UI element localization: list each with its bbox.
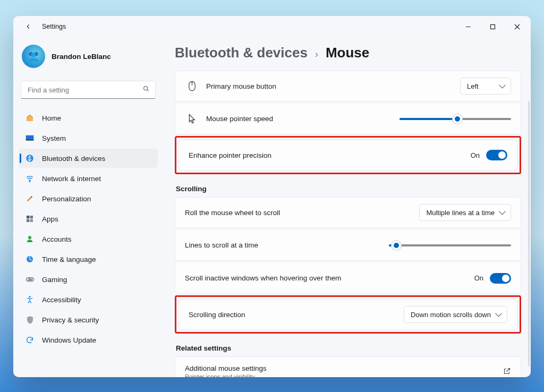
svg-rect-14: [30, 216, 33, 218]
setting-pointer-speed: Mouse pointer speed: [175, 104, 521, 134]
breadcrumb-parent[interactable]: Bluetooth & devices: [175, 45, 308, 61]
account-header[interactable]: Brandon LeBlanc: [19, 37, 158, 78]
sidebar-item-apps[interactable]: Apps: [19, 209, 158, 228]
settings-window: Settings Brandon LeBlanc: [13, 16, 531, 377]
setting-scrolling-direction: Scrolling direction Down motion scrolls …: [178, 299, 517, 330]
system-icon: [25, 135, 35, 141]
highlight-box: Enhance pointer precision On: [175, 136, 521, 174]
wifi-icon: [25, 174, 35, 183]
setting-label: Additional mouse settings: [185, 364, 267, 372]
maximize-button[interactable]: [480, 16, 505, 37]
globe-clock-icon: [25, 255, 35, 263]
sidebar: Brandon LeBlanc Home System: [13, 37, 163, 377]
sidebar-item-label: Personalization: [42, 195, 91, 203]
sidebar-item-home[interactable]: Home: [19, 108, 158, 127]
svg-point-7: [144, 87, 148, 90]
sidebar-item-bluetooth[interactable]: Bluetooth & devices: [19, 149, 158, 168]
account-name: Brandon LeBlanc: [52, 53, 111, 61]
svg-point-6: [31, 53, 36, 57]
toggle-state: On: [474, 274, 483, 282]
enhance-precision-toggle[interactable]: [486, 150, 507, 160]
sidebar-item-label: Windows Update: [42, 336, 96, 344]
setting-label: Scrolling direction: [189, 311, 245, 319]
svg-rect-13: [27, 216, 29, 218]
section-related: Related settings: [176, 344, 521, 352]
select-value: Down motion scrolls down: [411, 311, 491, 319]
svg-point-20: [31, 278, 32, 279]
additional-mouse-settings[interactable]: Additional mouse settings Pointer icons …: [175, 356, 521, 377]
setting-label: Enhance pointer precision: [189, 151, 271, 159]
back-button[interactable]: [22, 23, 35, 30]
avatar: [22, 45, 45, 68]
svg-line-8: [147, 90, 149, 91]
accessibility-icon: [25, 295, 35, 304]
highlight-box: Scrolling direction Down motion scrolls …: [175, 295, 521, 334]
sidebar-item-gaming[interactable]: Gaming: [19, 270, 158, 289]
open-external-icon: [503, 367, 511, 377]
lines-slider[interactable]: [389, 241, 511, 250]
svg-rect-15: [27, 219, 29, 222]
search-input[interactable]: [27, 86, 142, 95]
scroll-inactive-toggle[interactable]: [490, 273, 511, 284]
brush-icon: [25, 194, 35, 203]
sidebar-item-label: Gaming: [42, 276, 67, 284]
svg-rect-1: [490, 24, 495, 29]
sidebar-item-label: Time & language: [42, 255, 96, 263]
scrollbar[interactable]: [528, 101, 530, 367]
sidebar-item-label: Network & internet: [42, 175, 101, 183]
setting-label: Scroll inactive windows when hovering ov…: [185, 274, 341, 282]
sidebar-item-label: Privacy & security: [42, 316, 99, 324]
scrolling-direction-select[interactable]: Down motion scrolls down: [404, 306, 507, 323]
svg-point-21: [32, 279, 33, 280]
sidebar-item-time[interactable]: Time & language: [19, 250, 158, 269]
update-icon: [25, 336, 35, 344]
bluetooth-icon: [25, 154, 35, 163]
primary-button-select[interactable]: Left: [460, 78, 511, 95]
mouse-icon: [185, 81, 199, 91]
sidebar-item-personalization[interactable]: Personalization: [19, 189, 158, 208]
sidebar-item-label: Apps: [42, 215, 58, 223]
cursor-icon: [185, 114, 199, 124]
sidebar-item-system[interactable]: System: [19, 129, 158, 148]
svg-rect-10: [26, 140, 34, 141]
setting-enhance-precision: Enhance pointer precision On: [178, 140, 517, 171]
sidebar-item-label: Accounts: [42, 235, 72, 243]
svg-rect-9: [26, 135, 34, 140]
sidebar-item-privacy[interactable]: Privacy & security: [19, 310, 158, 329]
setting-lines-at-a-time: Lines to scroll at a time: [175, 230, 521, 261]
svg-rect-16: [30, 219, 33, 222]
search-box[interactable]: [21, 81, 156, 99]
setting-sublabel: Pointer icons and visibility: [185, 373, 267, 378]
setting-roll-wheel: Roll the mouse wheel to scroll Multiple …: [175, 197, 521, 228]
select-value: Multiple lines at a time: [426, 209, 495, 217]
setting-label: Roll the mouse wheel to scroll: [185, 209, 280, 217]
setting-primary-button: Primary mouse button Left: [175, 71, 521, 101]
setting-scroll-inactive: Scroll inactive windows when hovering ov…: [175, 263, 521, 294]
minimize-button[interactable]: [456, 16, 480, 37]
sidebar-item-label: Accessibility: [42, 296, 81, 304]
main-content[interactable]: Bluetooth & devices › Mouse Primary mous…: [163, 37, 531, 377]
svg-point-12: [29, 181, 30, 182]
person-icon: [25, 235, 35, 243]
shield-icon: [25, 316, 35, 325]
toggle-state: On: [471, 151, 480, 159]
sidebar-item-network[interactable]: Network & internet: [19, 169, 158, 188]
sidebar-item-accounts[interactable]: Accounts: [19, 229, 158, 249]
sidebar-item-label: Bluetooth & devices: [42, 155, 105, 163]
sidebar-item-label: Home: [42, 114, 61, 122]
chevron-right-icon: ›: [315, 49, 318, 60]
sidebar-item-update[interactable]: Windows Update: [19, 330, 158, 350]
pointer-speed-slider[interactable]: [400, 114, 511, 124]
setting-label: Lines to scroll at a time: [185, 241, 258, 249]
setting-label: Primary mouse button: [206, 82, 276, 90]
select-value: Left: [467, 82, 479, 90]
gamepad-icon: [25, 276, 35, 283]
apps-icon: [25, 215, 35, 223]
sidebar-item-label: System: [42, 134, 66, 142]
roll-wheel-select[interactable]: Multiple lines at a time: [419, 204, 511, 221]
sidebar-item-accessibility[interactable]: Accessibility: [19, 290, 158, 309]
svg-point-17: [28, 236, 31, 239]
svg-point-22: [29, 296, 30, 297]
home-icon: [25, 114, 35, 122]
close-button[interactable]: [505, 16, 529, 37]
